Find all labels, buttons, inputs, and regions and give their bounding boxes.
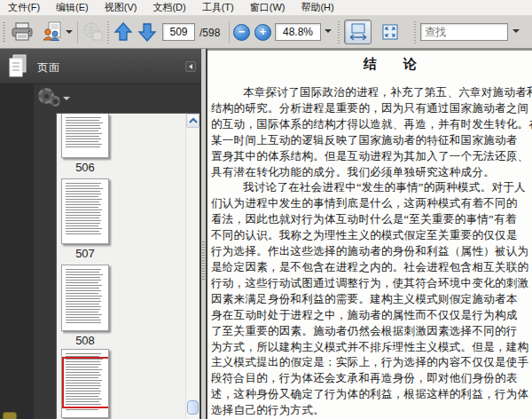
zoom-level-input[interactable]: 48.8% — [275, 23, 321, 41]
thumbnail-text-line — [66, 280, 101, 281]
current-view-rectangle — [62, 357, 109, 408]
document-line: 是给定因素，是不包含在进程之内的。社会进程包含相互关联的 — [211, 260, 532, 276]
document-line: 为方式，所以建构主义模式并不排斥理性主义模式。但是，建构 — [211, 340, 532, 356]
thumbnail-text-line — [66, 130, 98, 131]
find-input[interactable] — [420, 23, 508, 41]
chevron-up-icon — [188, 116, 199, 125]
zoom-caret-icon[interactable] — [325, 29, 332, 33]
thumbnail-text-line — [66, 225, 98, 226]
page-thumbnail[interactable] — [61, 265, 109, 331]
thumbnail-text-line — [66, 231, 99, 232]
scroll-up-button[interactable] — [186, 114, 200, 128]
navigation-pane: 页面 506507508 — [0, 49, 201, 419]
thumbnail-text-line — [66, 133, 102, 134]
thumbnail-text-line — [66, 233, 101, 234]
document-line: 了至关重要的因素。施动者仍然会根据刺激因素选择不同的行 — [211, 324, 532, 340]
thumbnail-text-line — [66, 293, 98, 294]
toolbar-separator — [77, 21, 78, 43]
thumbnail-text-line — [66, 204, 101, 205]
splitter-grip-icon — [202, 241, 205, 281]
thumbnail-text-line — [66, 320, 101, 320]
document-line: 具有潜在转化功能的成分。我们必须单独研究这种成分。 — [211, 165, 532, 181]
find-caret-icon[interactable] — [512, 29, 520, 33]
page-thumbnail[interactable] — [61, 114, 109, 158]
thumbnail-text-line — [66, 186, 99, 186]
collaborate-icon — [42, 21, 63, 43]
document-line: 述，这种身份又确定了行为体的利益，根据这样的利益，行为体 — [211, 387, 532, 403]
zoom-out-button[interactable]: − — [233, 24, 250, 41]
thumbnail-text-line — [66, 215, 101, 216]
document-line: 不同的认识。我称之为理性主义的模式假定至关重要的仅仅是 — [211, 228, 532, 244]
thumbnail-text-line — [66, 191, 100, 192]
document-line: 结构的研究。分析进程是重要的，因为只有通过国家施动者之间 — [211, 101, 532, 117]
thumbnail-text-line — [66, 220, 101, 221]
thumbnail-text-line — [66, 304, 99, 304]
menu-window[interactable]: 窗口(W) — [242, 0, 293, 16]
pdf-reader-window: 文件(F) 编辑(E) 视图(V) 文档(D) 工具(T) 窗口(W) 帮助(H… — [0, 0, 532, 419]
collapse-arrow-icon — [189, 64, 192, 69]
thumbnail-text-line — [66, 117, 101, 118]
toolbar-grip[interactable] — [3, 22, 5, 43]
fit-width-button[interactable] — [344, 20, 372, 44]
menu-document[interactable]: 文档(D) — [145, 0, 193, 16]
options-gear-small-icon — [50, 96, 60, 107]
thumbnail-text-line — [66, 312, 98, 312]
fit-page-button[interactable] — [376, 20, 403, 44]
thumbnail-text-line — [66, 196, 98, 197]
thumbnail-text-line — [66, 144, 102, 145]
collaborate-button[interactable] — [39, 20, 74, 44]
menu-edit[interactable]: 编辑(E) — [48, 0, 97, 16]
thumbnails-viewport: 506507508 — [56, 113, 200, 419]
thumbnail-page-number: 507 — [61, 247, 109, 260]
menu-file[interactable]: 文件(F) — [0, 0, 48, 16]
document-line: 的互动，国际体系的结构才得以造就、再造，并有时发生转化。在 — [211, 117, 532, 133]
collapse-panel-button[interactable] — [185, 61, 196, 72]
thumbnail-text-line — [66, 138, 101, 139]
thumbnail-text-line — [66, 309, 100, 310]
thumbnails-scrollbar[interactable] — [185, 114, 199, 419]
toolbar: /598 − + 48.8% — [0, 16, 532, 49]
zoom-in-button[interactable]: + — [254, 24, 271, 41]
page-number-input[interactable] — [162, 23, 195, 41]
thumbnail-text-line — [66, 409, 98, 410]
thumbnail-text-line — [66, 120, 99, 121]
menu-tools[interactable]: 工具(T) — [194, 0, 242, 16]
thumbnail-text-line — [66, 353, 101, 354]
document-view[interactable]: 结 论 本章探讨了国际政治的进程，补充了第五、六章对施动者和结构的研究。分析进程… — [207, 49, 532, 419]
options-caret-icon[interactable] — [63, 97, 70, 100]
globe-document-icon — [82, 21, 105, 43]
thumbnail-text-line — [66, 228, 102, 229]
page-thumbnail[interactable] — [61, 178, 109, 244]
page-thumbnail[interactable] — [61, 349, 109, 418]
panel-title: 页面 — [37, 60, 60, 75]
thumbnail-text-line — [66, 207, 98, 208]
next-page-button[interactable] — [136, 20, 158, 44]
document-line: 看法，因此也就对行为体互动时什么是“至关重要的事情”有着 — [211, 212, 532, 228]
menu-view[interactable]: 视图(V) — [97, 0, 145, 16]
pages-panel-header: 页面 — [0, 49, 201, 84]
document-line: 本章探讨了国际政治的进程，补充了第五、六章对施动者和 — [211, 85, 532, 101]
pane-splitter[interactable] — [201, 49, 207, 419]
thumbnail-text-line — [66, 317, 99, 318]
document-line: 置身其中的体系结构。但是互动进程为其加入了一个无法还原、 — [211, 149, 532, 165]
previous-page-button[interactable] — [112, 20, 134, 44]
menu-help[interactable]: 帮助(H) — [293, 0, 341, 16]
toolbar-separator — [414, 21, 416, 43]
printer-icon — [11, 21, 34, 43]
print-button[interactable] — [7, 20, 37, 44]
toolbar-separator — [229, 21, 230, 43]
document-line: 们认为进程中发生的事情到底是什么，这两种模式有着不同的 — [211, 196, 532, 212]
attachments-icon[interactable] — [3, 412, 17, 419]
pages-icon[interactable] — [7, 53, 28, 80]
thumbnail-text-line — [66, 288, 99, 289]
panel-rail — [0, 49, 34, 419]
document-title: 结 论 — [364, 56, 417, 73]
document-line: 选择自己的行为方式。 — [211, 403, 532, 419]
document-body: 本章探讨了国际政治的进程，补充了第五、六章对施动者和结构的研究。分析进程是重要的… — [211, 85, 532, 419]
toolbar-separator — [338, 21, 340, 43]
thumbnail-text-line — [66, 301, 101, 302]
scrollbar-thumb[interactable] — [187, 400, 199, 415]
collaborate-caret-icon — [66, 30, 73, 34]
thumbnail-text-line — [66, 272, 99, 273]
thumbnail-text-line — [66, 282, 98, 283]
